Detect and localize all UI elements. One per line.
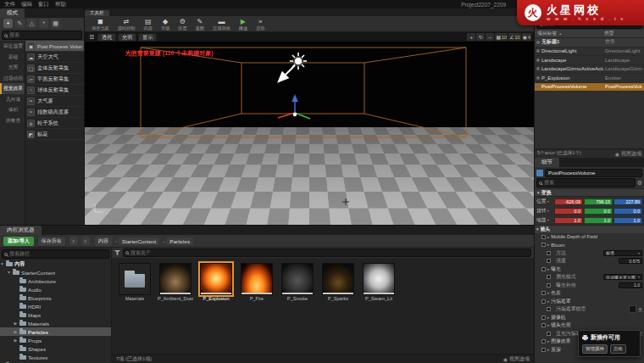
asset-tile[interactable]: P_Fire — [239, 263, 275, 301]
settings-row[interactable]: Mobile Depth of Field — [535, 233, 644, 242]
override-checkbox[interactable] — [541, 243, 546, 247]
tree-twisty-icon[interactable]: ▶ — [14, 321, 18, 326]
expand-arrow-icon[interactable] — [547, 316, 549, 320]
filter-funnel-icon[interactable] — [114, 250, 120, 255]
tree-item[interactable]: Textures — [0, 353, 111, 361]
override-checkbox[interactable] — [541, 235, 546, 239]
tree-twisty-icon[interactable]: ▶ — [14, 338, 18, 343]
transform-z-field[interactable]: 1.0 — [613, 217, 642, 224]
expand-arrow-icon[interactable] — [547, 323, 549, 327]
menu-item[interactable]: 编辑 — [21, 1, 32, 8]
visibility-eye-icon[interactable] — [536, 49, 540, 53]
tab-details[interactable]: 细节 — [535, 158, 559, 167]
settings-row[interactable]: Bloom — [535, 241, 644, 249]
override-checkbox[interactable] — [541, 316, 546, 320]
toolbar-button[interactable]: ⇄ 源码控制 — [118, 18, 136, 31]
tree-item[interactable]: ▼ StarterContent — [0, 268, 111, 276]
toolbar-button[interactable]: ◼ 保存当前 — [92, 18, 109, 31]
tree-item[interactable]: Architecture — [0, 276, 111, 285]
override-checkbox[interactable] — [541, 299, 546, 304]
viewport-menu-item[interactable]: 显示 — [138, 33, 157, 42]
viewport-snap-button[interactable]: ⇔ — [486, 33, 494, 41]
viewport-menu-item[interactable]: 透视 — [97, 33, 116, 42]
tab-modes[interactable]: 模式 — [0, 8, 25, 18]
forward-button[interactable] — [81, 237, 90, 245]
mode-icon[interactable]: + — [3, 19, 13, 28]
settings-row[interactable]: 色差 — [535, 289, 644, 298]
asset-tile[interactable]: P_Explosion — [198, 263, 234, 301]
place-category[interactable]: 光照 — [0, 62, 25, 73]
settings-control[interactable]: 0.675 — [619, 258, 642, 264]
outliner-row[interactable]: 无标题1 世界 — [535, 38, 644, 47]
place-category[interactable]: 所有类 — [0, 115, 25, 126]
viewport-options-icon[interactable] — [87, 34, 96, 41]
mode-icon[interactable]: ✎ — [15, 19, 25, 28]
toolbar-button[interactable]: ✎ 蓝图 — [196, 18, 204, 31]
add-import-button[interactable]: 添加/导入 — [3, 237, 34, 246]
place-item[interactable]: ▣ Post Process Volume — [25, 41, 84, 52]
settings-control[interactable]: 无 — [629, 305, 642, 313]
override-checkbox[interactable] — [541, 323, 546, 327]
content-view-options[interactable]: 视图选项 — [503, 355, 530, 363]
actor-name-field[interactable]: PostProcessVolume — [545, 169, 642, 177]
outliner-row[interactable]: P_Explosion Emitter — [535, 74, 644, 83]
place-search-input[interactable]: 搜索 — [2, 31, 82, 40]
tab-content-browser[interactable]: 内容浏览器 — [0, 226, 42, 235]
place-category[interactable]: 基础 — [0, 52, 25, 63]
place-category[interactable]: 过场动画 — [0, 73, 25, 84]
tree-item[interactable]: ▶ Props — [0, 336, 111, 344]
details-search-input[interactable]: 搜索 — [536, 178, 636, 187]
tree-item[interactable]: Shapes — [0, 344, 111, 353]
place-category[interactable]: 体积 — [0, 104, 25, 115]
breadcrumb-segment[interactable]: StarterContent — [119, 237, 159, 245]
override-checkbox[interactable] — [547, 283, 551, 288]
transform-section-header[interactable]: 变换 — [535, 188, 644, 197]
settings-control[interactable]: 自动曝光直方图 — [603, 274, 642, 280]
override-checkbox[interactable] — [547, 259, 551, 263]
transform-y-field[interactable]: 0.0 — [584, 208, 613, 215]
tree-twisty-icon[interactable]: ▼ — [0, 261, 4, 266]
place-item[interactable]: ≈ 指数级高度雾 — [25, 107, 84, 118]
visibility-eye-icon[interactable] — [536, 85, 540, 88]
expand-arrow-icon[interactable] — [547, 243, 549, 247]
place-category[interactable]: 视觉效果 — [0, 83, 25, 94]
visibility-eye-icon[interactable] — [536, 76, 540, 80]
tree-item[interactable]: Maps — [0, 310, 111, 319]
menu-item[interactable]: 文件 — [4, 1, 15, 8]
expand-arrow-icon[interactable] — [547, 299, 549, 304]
outliner-row[interactable]: DirectionalLight DirectionalLight — [535, 47, 644, 57]
outliner-row[interactable]: Landscape Landscape — [535, 56, 644, 65]
save-all-button[interactable]: 保存所有 — [37, 236, 66, 247]
place-item[interactable]: ○ 球体反射采集 — [25, 85, 84, 96]
manage-plugins-button[interactable]: 管理插件 — [582, 344, 608, 354]
toolbar-button[interactable]: ▬ 过场动画 — [213, 18, 230, 31]
override-checkbox[interactable] — [547, 275, 551, 279]
back-button[interactable] — [69, 237, 78, 245]
place-item[interactable]: ▢ 盒体反射采集 — [25, 63, 84, 74]
settings-row[interactable]: 污垢遮罩 — [535, 298, 644, 306]
tree-twisty-icon[interactable]: ▶ — [14, 329, 18, 334]
transform-z-field[interactable]: 0.0 — [613, 208, 642, 215]
mode-icon[interactable]: △ — [27, 19, 36, 28]
asset-tile[interactable]: P_Smoke — [280, 263, 315, 301]
dismiss-button[interactable]: 忽略 — [610, 344, 626, 354]
toolbar-button[interactable]: ⚙ 设置 — [178, 18, 186, 31]
settings-row[interactable]: 镜头光斑 — [535, 321, 644, 330]
viewport-snap-button[interactable]: ↻ — [476, 33, 485, 41]
gear-icon[interactable] — [637, 180, 642, 187]
asset-tile[interactable]: P_Sparks — [320, 263, 356, 301]
column-type[interactable]: 类型 — [604, 30, 641, 37]
tab-toolbar[interactable]: 工具栏 — [85, 10, 109, 16]
expand-arrow-icon[interactable] — [547, 267, 549, 271]
breadcrumb-segment[interactable]: Particles — [166, 237, 193, 245]
toolbar-button[interactable]: ▶ 播放 — [239, 18, 247, 31]
settings-row[interactable]: 曝光补偿 1.0 — [535, 282, 644, 290]
column-item-label[interactable]: 项目标签 — [537, 30, 562, 37]
menu-item[interactable]: 帮助 — [55, 1, 66, 8]
outliner-row[interactable]: LandscapeGizmoActiveActor LandscapeGizmo — [535, 65, 644, 75]
override-checkbox[interactable] — [541, 267, 546, 271]
asset-tile[interactable]: P_Ambient_Dust — [158, 263, 193, 301]
settings-control[interactable]: 标准 — [603, 250, 642, 256]
expand-arrow-icon[interactable] — [547, 235, 549, 239]
transform-y-field[interactable]: 1.0 — [584, 217, 613, 224]
